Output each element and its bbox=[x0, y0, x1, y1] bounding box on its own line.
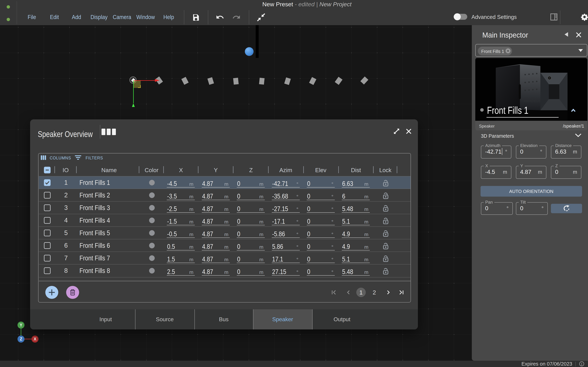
svg-text:AMADEUS: AMADEUS bbox=[524, 99, 541, 103]
